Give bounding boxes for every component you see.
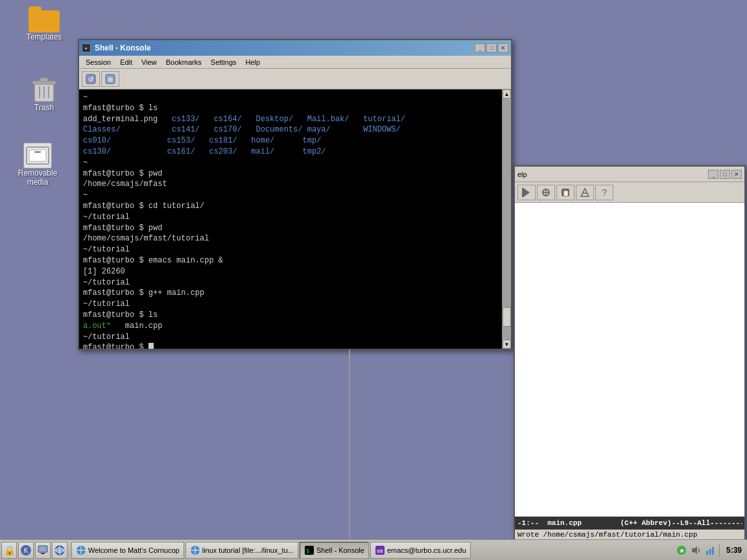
term-line-13: [1] 26260 xyxy=(83,266,498,277)
term-line-17: mfast@turbo $ ls xyxy=(83,310,498,321)
menu-settings[interactable]: Settings xyxy=(207,58,241,67)
svg-rect-43 xyxy=(706,551,708,555)
folder-icon xyxy=(29,6,60,32)
taskbar: 🔒 K Welcome to Matt's Cornucop linux tut… xyxy=(0,539,747,560)
term-line-3: ~ xyxy=(83,158,498,169)
konsole-window: ▪ Shell - Konsole _ □ ✕ Session Edit Vie… xyxy=(78,39,512,350)
konsole-title-text: Shell - Konsole xyxy=(95,43,151,52)
term-line-19: mfast@turbo $ xyxy=(83,342,498,349)
konsole-toolbar: ↺ ⊕ xyxy=(79,69,511,89)
emacs-titlebar: elp _ □ ✕ xyxy=(515,167,744,182)
svg-text:★: ★ xyxy=(678,547,684,554)
taskbar-clock: 5:39 xyxy=(722,546,746,555)
emacs-toolbar-btn-3[interactable]: 📋 xyxy=(556,185,575,200)
term-line-16: ~/tutorial xyxy=(83,299,498,310)
taskbar-welcome-btn[interactable]: Welcome to Matt's Cornucop xyxy=(71,542,184,559)
terminal-cursor xyxy=(148,343,154,349)
term-line-ls2: Classes/ cs141/ cs170/ Documents/ maya/ … xyxy=(83,124,498,135)
menu-session[interactable]: Session xyxy=(82,58,115,67)
emacs-window-controls: _ □ ✕ xyxy=(708,170,742,179)
term-line-5: /home/csmajs/mfast xyxy=(83,179,498,190)
konsole-titlebar: ▪ Shell - Konsole _ □ ✕ xyxy=(79,40,511,56)
scrollbar-up-arrow[interactable]: ▲ xyxy=(503,89,511,99)
svg-rect-14 xyxy=(522,188,524,197)
term-line-7: mfast@turbo $ cd tutorial/ xyxy=(83,201,498,212)
svg-rect-2 xyxy=(40,78,48,82)
svg-rect-45 xyxy=(712,547,714,555)
svg-marker-13 xyxy=(523,188,530,197)
konsole-terminal[interactable]: ~ mfast@turbo $ ls add_terminal.png cs13… xyxy=(79,89,502,349)
term-line-2: mfast@turbo $ ls xyxy=(83,103,498,114)
emacs-statusbar: -1:-- main.cpp (C++ Abbrev)--L9--All----… xyxy=(515,517,744,530)
svg-text:⊕: ⊕ xyxy=(108,76,113,83)
emacs-window: elp _ □ ✕ 📋 ? -1:-- main.cpp (C++ Abbrev… xyxy=(514,165,746,541)
svg-rect-44 xyxy=(709,549,711,555)
emacs-toolbar-btn-2[interactable] xyxy=(537,185,555,200)
menu-help[interactable]: Help xyxy=(242,58,265,67)
term-line-14: ~/tutorial xyxy=(83,277,498,288)
term-line-9: mfast@turbo $ pwd xyxy=(83,223,498,234)
toolbar-btn-2[interactable]: ⊕ xyxy=(101,71,119,87)
konsole-menubar: Session Edit View Bookmarks Settings Hel… xyxy=(79,56,511,69)
emacs-close-button[interactable]: ✕ xyxy=(731,170,742,179)
term-line-ls4: cs130/ cs161/ cs203/ mail/ tmp2/ xyxy=(83,146,498,158)
taskbar-emacs-btn[interactable]: em emacs@turbo.cs.ucr.edu xyxy=(370,542,471,559)
emacs-minimize-button[interactable]: _ xyxy=(708,170,718,179)
menu-view[interactable]: View xyxy=(137,58,161,67)
emacs-minibuffer-text: Wrote /home/csmajs/mfast/tutorial/main.c… xyxy=(517,531,697,539)
taskbar-emacs-label: emacs@turbo.cs.ucr.edu xyxy=(387,546,466,554)
konsole-title-icon: ▪ xyxy=(82,43,91,52)
taskbar-linux-tutorial-label: linux tutorial [file:.../linux_tu... xyxy=(202,546,294,554)
term-line-ls3: cs010/ cs153/ cs181/ home/ tmp/ xyxy=(83,135,498,146)
maximize-button[interactable]: □ xyxy=(486,43,497,52)
term-line-ls5: a.out* main.cpp xyxy=(83,321,498,332)
emacs-toolbar-btn-5[interactable]: ? xyxy=(595,185,613,200)
emacs-modeline-text: -1:-- main.cpp (C++ Abbrev)--L9--All----… xyxy=(517,519,742,527)
start-icon-btn[interactable]: K xyxy=(18,542,34,559)
term-line-8: ~/tutorial xyxy=(83,212,498,223)
taskbar-systray: ★ 5:39 xyxy=(675,540,746,560)
konsole-scrollbar[interactable]: ▲ ▼ xyxy=(502,89,511,349)
templates-desktop-icon[interactable]: Templates xyxy=(18,6,70,41)
emacs-minibuffer: Wrote /home/csmajs/mfast/tutorial/main.c… xyxy=(515,530,744,540)
svg-text:K: K xyxy=(24,547,29,554)
terminal-content: ~ mfast@turbo $ ls add_terminal.png cs13… xyxy=(79,89,511,349)
systray-volume-icon[interactable] xyxy=(689,544,702,557)
menu-bookmarks[interactable]: Bookmarks xyxy=(162,58,206,67)
scrollbar-down-arrow[interactable]: ▼ xyxy=(503,340,511,349)
emacs-maximize-button[interactable]: □ xyxy=(720,170,730,179)
svg-text:↺: ↺ xyxy=(88,76,93,83)
monitor-icon-btn[interactable] xyxy=(35,542,51,559)
close-button[interactable]: ✕ xyxy=(498,43,508,52)
removable-label: Removable media xyxy=(18,169,58,187)
konsole-title-area: ▪ Shell - Konsole xyxy=(82,43,151,52)
systray-network-icon[interactable] xyxy=(704,544,717,557)
term-line-ls1: add_terminal.png cs133/ cs164/ Desktop/ … xyxy=(83,114,498,125)
emacs-body xyxy=(515,203,744,517)
browser-icon-btn[interactable] xyxy=(52,542,67,559)
svg-text:?: ? xyxy=(602,187,607,198)
systray-icon-1[interactable]: ★ xyxy=(675,544,688,557)
taskbar-konsole-btn[interactable]: $_ Shell - Konsole xyxy=(300,542,369,559)
scrollbar-thumb[interactable] xyxy=(503,307,511,327)
menu-edit[interactable]: Edit xyxy=(116,58,136,67)
toolbar-btn-1[interactable]: ↺ xyxy=(82,71,100,87)
svg-rect-25 xyxy=(41,553,45,554)
scrollbar-track[interactable] xyxy=(503,99,511,340)
divider xyxy=(349,350,350,538)
trash-label: Trash xyxy=(34,103,54,112)
taskbar-linux-tutorial-btn[interactable]: linux tutorial [file:.../linux_tu... xyxy=(185,542,298,559)
taskbar-start-buttons: 🔒 K xyxy=(1,542,67,559)
emacs-toolbar: 📋 ? xyxy=(515,182,744,203)
lock-icon-btn[interactable]: 🔒 xyxy=(1,542,17,559)
emacs-toolbar-btn-4[interactable] xyxy=(576,185,594,200)
term-line-15: mfast@turbo $ g++ main.cpp xyxy=(83,288,498,299)
removable-media-desktop-icon[interactable]: Removable media xyxy=(12,143,64,187)
minimize-button[interactable]: _ xyxy=(475,43,485,52)
trash-icon xyxy=(31,75,57,103)
trash-desktop-icon[interactable]: Trash xyxy=(18,75,70,112)
term-line-11: ~/tutorial xyxy=(83,244,498,255)
svg-marker-42 xyxy=(692,546,697,554)
term-line-18: ~/tutorial xyxy=(83,332,498,343)
emacs-toolbar-btn-1[interactable] xyxy=(517,185,536,200)
